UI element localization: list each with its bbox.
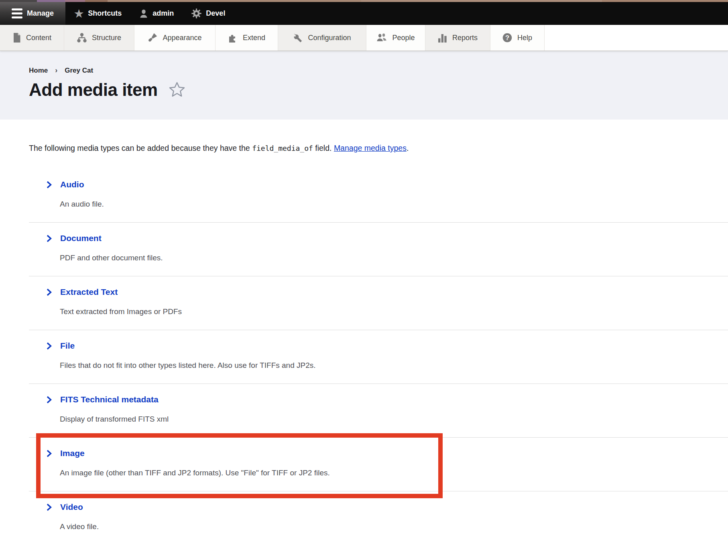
paintbrush-icon [148,33,157,43]
chevron-right-icon [45,234,53,243]
wrench-icon [293,33,303,43]
media-type-document: Document PDF and other document files. [29,223,728,276]
tab-label: Reports [452,34,478,42]
media-type-link[interactable]: Video [45,502,83,512]
toolbar-item-label: Shortcuts [88,9,122,18]
manage-media-types-link[interactable]: Manage media types [334,144,407,152]
toolbar-item-devel[interactable]: Devel [183,2,234,25]
page-title: Add media item [29,80,728,100]
media-type-audio: Audio An audio file. [29,169,728,223]
media-type-name: Extracted Text [60,287,118,297]
media-type-file: File Files that do not fit into other ty… [29,330,728,384]
chevron-right-icon [45,342,53,350]
intro-middle: field. [313,144,334,152]
media-type-name: FITS Technical metadata [60,395,159,404]
toolbar-item-shortcuts[interactable]: ★ Shortcuts [65,2,130,25]
media-type-fits-technical-metadata: FITS Technical metadata Display of trans… [29,384,728,438]
toolbar-item-label: Devel [206,9,225,18]
toolbar-item-label: Manage [27,9,54,18]
user-icon [139,9,148,18]
tab-label: Appearance [163,34,201,42]
breadcrumb: Home › Grey Cat [29,66,728,75]
puzzle-icon [228,33,238,43]
document-icon [12,33,21,43]
media-type-link[interactable]: Extracted Text [45,287,118,297]
tab-label: Content [26,34,51,42]
intro-field-code: field_media_of [252,144,313,152]
tab-content[interactable]: Content [0,25,64,51]
media-type-link[interactable]: File [45,341,75,351]
media-type-description: A video file. [60,522,728,531]
media-type-name: Video [60,502,83,512]
tab-label: Configuration [308,34,351,42]
question-icon: ? [502,33,512,43]
bar-chart-icon [438,33,447,43]
tab-label: Help [517,34,532,42]
media-type-description: Display of transformed FITS xml [60,415,728,424]
chevron-right-icon [45,396,53,404]
intro-text: The following media types can be added b… [29,144,728,153]
toolbar-item-label: admin [153,9,174,18]
media-type-video: Video A video file. [29,491,728,545]
tab-extend[interactable]: Extend [216,25,278,51]
media-type-list: Audio An audio file. Document PDF and ot… [29,169,728,545]
media-type-link[interactable]: Audio [45,180,84,189]
toolbar-item-admin[interactable]: admin [130,2,183,25]
tab-structure[interactable]: Structure [64,25,134,51]
tab-label: Structure [92,34,121,42]
tab-reports[interactable]: Reports [425,25,490,51]
admin-toolbar: Manage ★ Shortcuts admin [0,2,728,25]
hamburger-icon [12,8,22,18]
tab-configuration[interactable]: Configuration [278,25,366,51]
media-type-name: Image [60,448,85,458]
favorite-star-icon[interactable] [168,81,186,99]
svg-text:?: ? [505,34,509,41]
media-type-name: Document [60,233,102,243]
sitemap-icon [77,33,87,43]
chevron-right-icon [45,288,53,296]
tab-label: Extend [243,34,265,42]
media-type-description: PDF and other document files. [60,254,728,262]
media-type-image: Image An image file (other than TIFF and… [29,438,728,491]
intro-before: The following media types can be added b… [29,144,252,152]
breadcrumb-separator-icon: › [55,66,57,75]
media-type-link[interactable]: Document [45,233,102,243]
page-title-text: Add media item [29,80,158,100]
media-type-description: Text extracted from Images or PDFs [60,307,728,316]
intro-after: . [407,144,409,152]
media-type-name: File [60,341,75,351]
gear-icon [191,8,201,18]
media-type-name: Audio [60,180,84,189]
tab-label: People [392,34,415,42]
chevron-right-icon [45,449,53,458]
media-type-link[interactable]: FITS Technical metadata [45,395,159,404]
tab-people[interactable]: People [366,25,425,51]
people-icon [376,33,387,43]
admin-tray: Content Structure Appearance Extend Conf… [0,25,728,51]
media-type-link[interactable]: Image [45,448,85,458]
media-type-description: Files that do not fit into other types l… [60,361,728,370]
page-header: Home › Grey Cat Add media item [0,51,728,120]
tab-help[interactable]: ? Help [490,25,545,51]
media-type-extracted-text: Extracted Text Text extracted from Image… [29,276,728,330]
breadcrumb-current[interactable]: Grey Cat [65,67,93,75]
chevron-right-icon [45,181,53,189]
toolbar-item-manage[interactable]: Manage [0,2,65,25]
breadcrumb-home[interactable]: Home [29,67,48,75]
star-icon: ★ [74,8,83,19]
main-content: The following media types can be added b… [0,144,728,545]
tray-filler [545,25,728,51]
media-type-description: An image file (other than TIFF and JP2 f… [60,469,728,477]
media-type-description: An audio file. [60,200,728,209]
tab-appearance[interactable]: Appearance [134,25,216,51]
chevron-right-icon [45,503,53,511]
highlight-box [36,433,443,498]
